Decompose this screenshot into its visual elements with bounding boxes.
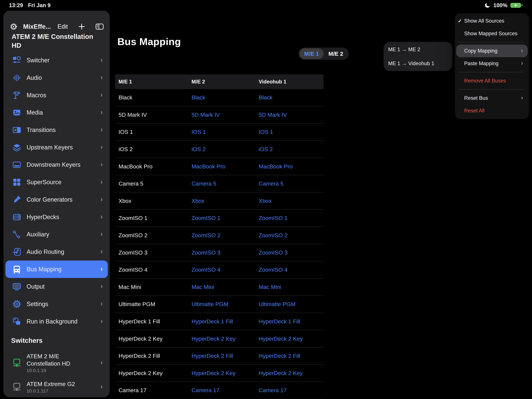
switcher-device-row[interactable]: ATEM Extreme G210.0.1.117› [6,377,108,397]
sidebar-item-auxiliary[interactable]: Auxiliary› [6,226,108,243]
supersource-icon [12,177,22,188]
menu-item-reset-bus[interactable]: Reset Bus› [456,92,528,104]
submenu-item[interactable]: ME 1 → ME 2 [384,43,452,57]
mapped-source-link[interactable]: ZoomISO 2 [259,232,323,239]
switchers-list: ATEM 2 M/E Constellation HD10.0.1.19›ATE… [6,349,108,397]
menu-item-copy-mapping[interactable]: Copy Mapping› [456,44,528,57]
chevron-right-icon: › [521,47,523,54]
menu-item-reset-all[interactable]: Reset All [456,104,528,117]
sidebar-toggle-icon[interactable] [95,23,104,30]
mapped-source-link[interactable]: Mac Mini [259,284,323,290]
chevron-right-icon: › [101,56,103,63]
checkmark-icon: ✓ [458,18,464,24]
mapped-source-link[interactable]: Black [259,94,323,101]
mapped-source-link[interactable]: Ultimatte PGM [191,301,259,307]
mapped-source-link[interactable]: HyperDeck 1 Fill [259,318,323,325]
mapped-source-link[interactable]: ZoomISO 2 [191,232,259,239]
bus-options-menu: ✓Show All SourcesShow Mapped SourcesCopy… [455,13,529,119]
sidebar-item-switcher[interactable]: Switcher› [6,52,108,69]
battery-charging-icon [510,2,523,9]
mapped-source-link[interactable]: 5D Mark IV [191,112,259,118]
segment-m-e-2[interactable]: M/E 2 [324,48,348,59]
mapped-source-link[interactable]: ZoomISO 1 [191,215,259,221]
source-cell: HyperDeck 2 Fill [115,353,191,359]
mapped-source-link[interactable]: Xbox [259,198,323,204]
copy-mapping-submenu: ME 1 → ME 2ME 1 → Videohub 1 [384,42,452,71]
column-header: M/E 2 [191,79,259,85]
menu-item-show-mapped-sources[interactable]: Show Mapped Sources [456,27,528,40]
mapped-source-link[interactable]: MacBook Pro [191,163,259,170]
mapped-source-link[interactable]: HyperDeck 2 Key [191,370,259,376]
mapped-source-link[interactable]: MacBook Pro [259,163,323,170]
mapped-source-link[interactable]: Camera 17 [259,387,323,393]
sidebar-item-downstream-keyers[interactable]: Downstream Keyers› [6,156,108,174]
mapped-source-link[interactable]: ZoomISO 4 [259,266,323,273]
table-row: Camera 17Camera 17Camera 17 [115,382,323,399]
mapped-source-link[interactable]: 5D Mark IV [259,112,323,118]
sidebar-item-macros[interactable]: Macros› [6,86,108,104]
segment-m-e-1[interactable]: M/E 1 [299,48,324,59]
sidebar-item-audio[interactable]: Audio› [6,69,108,87]
mapped-source-link[interactable]: HyperDeck 2 Fill [191,353,259,359]
plus-icon[interactable] [78,23,85,30]
sidebar-item-settings[interactable]: Settings› [6,295,108,313]
sidebar-item-label: Switcher [27,57,50,64]
chevron-right-icon: › [101,248,103,255]
sidebar-item-hyperdecks[interactable]: HyperDecks› [6,208,108,226]
mapped-source-link[interactable]: HyperDeck 2 Fill [259,353,323,359]
mapped-source-link[interactable]: iOS 2 [191,146,259,152]
chevron-right-icon: › [101,161,103,168]
sidebar-item-label: Output [27,283,44,290]
mapped-source-link[interactable]: IOS 1 [259,129,323,135]
mapped-source-link[interactable]: ZoomISO 3 [191,249,259,256]
table-row: 5D Mark IV5D Mark IV5D Mark IV [115,106,323,124]
mapped-source-link[interactable]: ZoomISO 1 [259,215,323,221]
edit-button[interactable]: Edit [57,23,68,30]
mapped-source-link[interactable]: HyperDeck 2 Key [191,336,259,342]
table-row: XboxXboxXbox [115,192,323,210]
submenu-item[interactable]: ME 1 → Videohub 1 [384,57,452,70]
mapped-source-link[interactable]: HyperDeck 2 Key [259,336,323,342]
menu-item-show-all-sources[interactable]: ✓Show All Sources [456,15,528,27]
sidebar-item-upstream-keyers[interactable]: Upstream Keyers› [6,139,108,156]
sidebar-item-transitions[interactable]: Transitions› [6,121,108,139]
sidebar-item-run-in-background[interactable]: Run in Background› [6,313,108,330]
sidebar-item-label: Audio Routing [27,248,64,255]
table-row: HyperDeck 2 FillHyperDeck 2 FillHyperDec… [115,348,323,365]
sidebar-item-bus-mapping[interactable]: Bus Mapping› [6,260,108,278]
network-device-icon [12,382,22,392]
mapped-source-link[interactable]: Mac Mini [191,284,259,290]
source-cell: HyperDeck 2 Key [115,336,191,342]
sidebar-item-label: Auxiliary [27,231,49,238]
mapped-source-link[interactable]: IOS 1 [191,129,259,135]
mapped-source-link[interactable]: Camera 17 [191,387,259,393]
source-cell: ZoomISO 1 [115,215,191,221]
mapped-source-link[interactable]: Camera 5 [259,180,323,187]
chevron-right-icon: › [101,359,103,366]
menu-item-remove-all-buses[interactable]: Remove All Buses [456,75,528,87]
sidebar-item-color-generators[interactable]: Color Generators› [6,191,108,209]
mapped-source-link[interactable]: ZoomISO 3 [259,249,323,256]
sidebar-item-output[interactable]: Output› [6,278,108,295]
mapped-source-link[interactable]: ZoomISO 4 [191,266,259,273]
menu-item-paste-mapping[interactable]: Paste Mapping› [456,57,528,70]
color-generators-icon [12,194,22,205]
gear-icon[interactable] [10,23,18,30]
switcher-device-row[interactable]: ATEM 2 M/E Constellation HD10.0.1.19› [6,349,108,377]
sidebar-item-media[interactable]: Media› [6,104,108,121]
switcher-name: ATEM Extreme G2 [27,380,75,388]
sidebar-item-supersource[interactable]: SuperSource› [6,174,108,191]
mapped-source-link[interactable]: Black [191,94,259,101]
mapped-source-link[interactable]: HyperDeck 1 Fill [191,318,259,325]
device-title: ATEM 2 M/E Constellation HD [12,32,95,50]
mapped-source-link[interactable]: HyperDeck 2 Key [259,370,323,376]
audio-icon [12,72,22,83]
mapped-source-link[interactable]: Camera 5 [191,180,259,187]
mapped-source-link[interactable]: iOS 2 [259,146,323,152]
mapped-source-link[interactable]: Xbox [191,198,259,204]
mapped-source-link[interactable]: Ultimatte PGM [259,301,323,307]
source-cell: Camera 5 [115,180,191,187]
sidebar-item-audio-routing[interactable]: Audio Routing› [6,243,108,261]
page-title: Bus Mapping [117,36,181,47]
table-row: Mac MiniMac MiniMac Mini [115,279,323,296]
